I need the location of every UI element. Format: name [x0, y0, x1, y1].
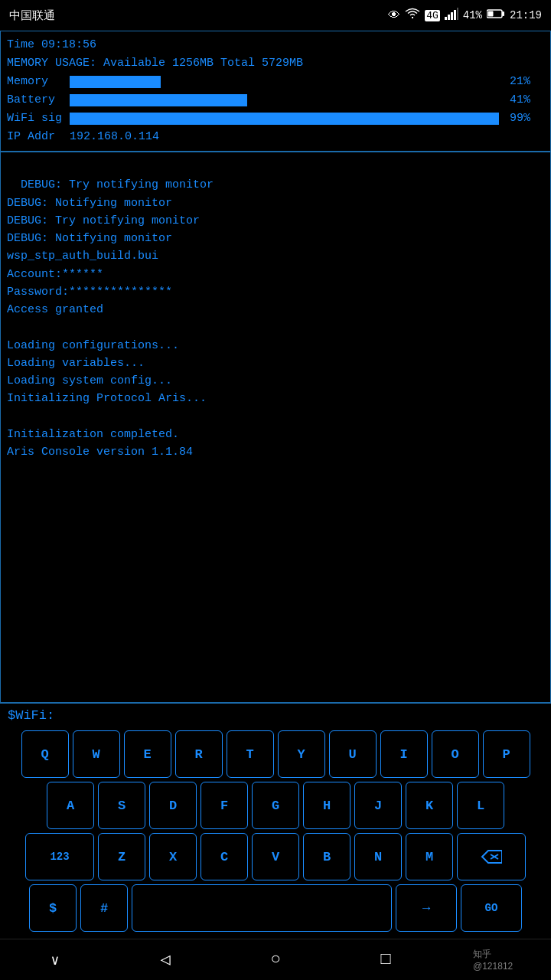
nav-recent[interactable]: □ [363, 945, 409, 975]
key-p[interactable]: P [483, 730, 530, 778]
wifi-icon [405, 8, 420, 24]
nav-bar: ∨ ◁ ○ □ 知乎 @121812 [0, 939, 551, 980]
eye-icon: 👁 [388, 8, 400, 23]
key-n[interactable]: N [354, 833, 402, 880]
home-icon: ○ [270, 950, 280, 969]
battery-bar-line: Battery 41% [7, 91, 544, 109]
key-i[interactable]: I [380, 730, 428, 778]
time-display: 21:19 [510, 9, 542, 21]
sys-info-panel: Time 09:18:56 MEMORY USAGE: Available 12… [0, 31, 551, 152]
keyboard-row-2: A S D F G H J K L [2, 782, 549, 829]
key-t[interactable]: T [227, 730, 274, 778]
keyboard-row-4: $ # → GO [2, 884, 549, 932]
svg-rect-1 [448, 15, 450, 20]
svg-rect-3 [454, 10, 456, 20]
network-type: 4G [425, 10, 440, 21]
memory-bar-container [70, 76, 504, 88]
nav-home[interactable]: ○ [253, 945, 298, 975]
ip-value: 192.168.0.114 [70, 128, 159, 146]
key-v[interactable]: V [252, 833, 299, 880]
svg-rect-6 [502, 11, 504, 16]
signal-icon [445, 8, 458, 23]
key-a[interactable]: A [47, 782, 94, 829]
chevron-down-icon: ∨ [51, 952, 60, 969]
ip-line: IP Addr 192.168.0.114 [7, 128, 544, 146]
status-right: 👁 4G 41% [388, 8, 542, 24]
key-hash[interactable]: # [80, 884, 128, 932]
key-backspace[interactable] [457, 833, 526, 880]
svg-marker-8 [482, 851, 502, 863]
wifi-bar-line: WiFi sig 99% [7, 109, 544, 128]
terminal-output: DEBUG: Try notifying monitor DEBUG: Noti… [0, 152, 551, 703]
nav-watermark: 知乎 @121812 [473, 945, 519, 975]
status-bar: 中国联通 👁 4G 41% [0, 0, 551, 31]
time-value: Time 09:18:56 [7, 36, 96, 54]
wifi-bar-container [70, 113, 504, 125]
cmd-prompt: $WiFi: [8, 708, 54, 723]
battery-bar-container [70, 94, 504, 106]
key-w[interactable]: W [73, 730, 120, 778]
battery-label: Battery [7, 91, 70, 109]
key-k[interactable]: K [406, 782, 453, 829]
key-z[interactable]: Z [98, 833, 145, 880]
key-c[interactable]: C [201, 833, 248, 880]
wifi-bar-fill [70, 113, 499, 125]
svg-rect-0 [445, 17, 447, 20]
wifi-percent: 99% [510, 109, 544, 128]
battery-icon [487, 8, 505, 22]
key-right-arrow[interactable]: → [396, 884, 457, 932]
memory-bar-fill [70, 76, 161, 88]
key-o[interactable]: O [432, 730, 479, 778]
key-u[interactable]: U [329, 730, 377, 778]
carrier-label: 中国联通 [9, 8, 55, 23]
nav-chevron[interactable]: ∨ [32, 945, 78, 975]
key-space[interactable] [132, 884, 392, 932]
key-d[interactable]: D [149, 782, 197, 829]
key-123[interactable]: 123 [25, 833, 94, 880]
key-g[interactable]: G [252, 782, 299, 829]
time-line: Time 09:18:56 [7, 36, 544, 54]
key-s[interactable]: S [98, 782, 145, 829]
battery-percent: 41% [463, 9, 482, 21]
key-go[interactable]: GO [461, 884, 522, 932]
svg-rect-7 [487, 11, 493, 17]
memory-label: Memory [7, 73, 70, 91]
nav-back[interactable]: ◁ [142, 945, 188, 975]
key-h[interactable]: H [303, 782, 350, 829]
keyboard: Q W E R T Y U I O P A S D F G H J K L 12… [0, 727, 551, 939]
key-l[interactable]: L [457, 782, 504, 829]
svg-rect-2 [451, 12, 453, 20]
key-j[interactable]: J [354, 782, 402, 829]
battery-bar-fill [70, 94, 247, 106]
key-m[interactable]: M [406, 833, 453, 880]
key-x[interactable]: X [149, 833, 197, 880]
terminal-content: DEBUG: Try notifying monitor DEBUG: Noti… [7, 178, 214, 459]
memory-bar-line: Memory 21% [7, 73, 544, 91]
key-f[interactable]: F [201, 782, 248, 829]
key-y[interactable]: Y [278, 730, 325, 778]
keyboard-row-1: Q W E R T Y U I O P [2, 730, 549, 778]
key-e[interactable]: E [124, 730, 171, 778]
svg-rect-4 [457, 8, 458, 20]
key-q[interactable]: Q [21, 730, 69, 778]
recent-icon: □ [380, 950, 390, 969]
memory-usage-value: MEMORY USAGE: Available 1256MB Total 572… [7, 54, 303, 73]
battery-percent-display: 41% [510, 91, 544, 109]
cmd-input-line[interactable]: $WiFi: [0, 703, 551, 727]
memory-percent: 21% [510, 73, 544, 91]
key-dollar[interactable]: $ [29, 884, 77, 932]
keyboard-row-3: 123 Z X C V B N M [2, 833, 549, 880]
ip-label: IP Addr [7, 128, 70, 146]
watermark-text: 知乎 @121812 [473, 948, 519, 972]
key-b[interactable]: B [303, 833, 350, 880]
memory-usage-line: MEMORY USAGE: Available 1256MB Total 572… [7, 54, 544, 73]
back-icon: ◁ [160, 949, 170, 970]
wifi-label: WiFi sig [7, 109, 70, 128]
key-r[interactable]: R [175, 730, 223, 778]
